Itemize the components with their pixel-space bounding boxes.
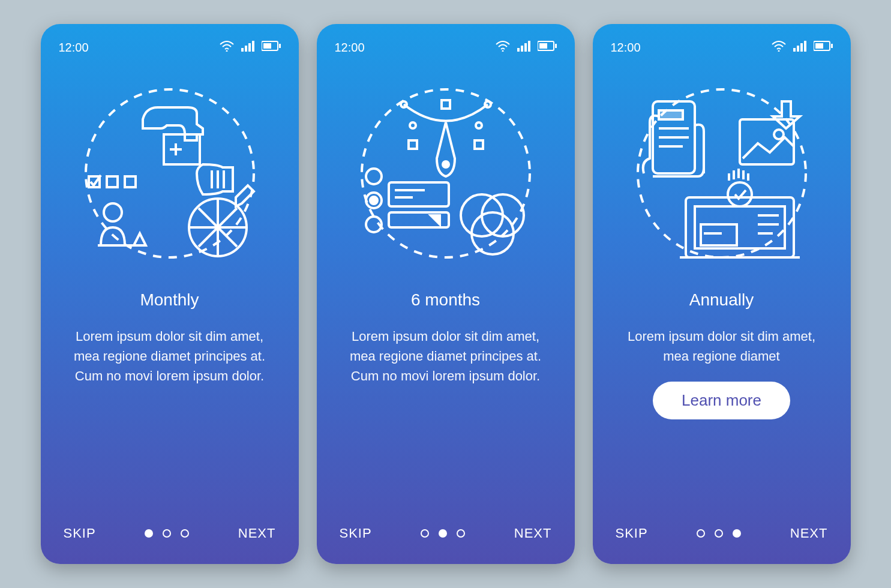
svg-point-15 — [502, 50, 503, 52]
svg-point-31 — [443, 161, 449, 167]
onboarding-screen-3: 12:00 Annually Lorem ipsum dolor sit dim… — [593, 24, 851, 564]
svg-point-13 — [104, 203, 122, 221]
svg-rect-12 — [125, 176, 136, 187]
next-button[interactable]: NEXT — [790, 526, 828, 541]
wifi-icon — [772, 41, 786, 55]
page-indicator — [697, 529, 741, 538]
svg-rect-51 — [659, 110, 683, 119]
svg-rect-21 — [539, 43, 547, 49]
dot-2[interactable] — [439, 529, 447, 538]
svg-rect-47 — [815, 43, 823, 49]
signal-icon — [517, 41, 530, 55]
svg-rect-44 — [800, 43, 803, 52]
skip-button[interactable]: SKIP — [340, 526, 372, 541]
screen-description: Lorem ipsum dolor sit dim amet, mea regi… — [335, 326, 557, 386]
skip-button[interactable]: SKIP — [616, 526, 648, 541]
status-bar: 12:00 — [335, 38, 557, 56]
svg-rect-48 — [831, 44, 833, 48]
svg-rect-22 — [555, 44, 557, 48]
battery-icon — [538, 41, 557, 55]
svg-rect-26 — [442, 100, 450, 109]
content-area: Monthly Lorem ipsum dolor sit dim amet, … — [59, 290, 281, 526]
svg-rect-4 — [252, 41, 254, 52]
dot-3[interactable] — [733, 529, 741, 538]
dot-3[interactable] — [457, 529, 465, 538]
footer-nav: SKIP NEXT — [611, 526, 833, 546]
screen-title: Annually — [611, 290, 833, 310]
svg-rect-1 — [241, 48, 244, 52]
svg-rect-36 — [389, 182, 449, 206]
svg-rect-18 — [524, 43, 527, 52]
dot-2[interactable] — [715, 529, 723, 538]
learn-more-button[interactable]: Learn more — [653, 382, 790, 419]
signal-icon — [241, 41, 254, 55]
svg-point-8 — [86, 89, 254, 257]
svg-rect-19 — [528, 41, 530, 52]
illustration-annually — [611, 74, 833, 272]
illustration-6months — [335, 74, 557, 272]
status-time: 12:00 — [611, 41, 641, 55]
status-icons — [496, 41, 557, 55]
svg-point-41 — [778, 50, 779, 52]
footer-nav: SKIP NEXT — [335, 526, 557, 546]
page-indicator — [145, 529, 189, 538]
svg-point-34 — [370, 197, 377, 204]
status-bar: 12:00 — [59, 38, 281, 56]
onboarding-screen-1: 12:00 Monthly Lorem ipsum dolor sit dim … — [41, 24, 299, 564]
wifi-icon — [220, 41, 234, 55]
svg-rect-30 — [475, 140, 483, 149]
next-button[interactable]: NEXT — [514, 526, 552, 541]
svg-rect-3 — [248, 43, 251, 52]
svg-rect-6 — [263, 43, 271, 49]
illustration-monthly — [59, 74, 281, 272]
status-icons — [220, 41, 281, 55]
page-indicator — [421, 529, 465, 538]
status-time: 12:00 — [335, 41, 365, 55]
dot-2[interactable] — [163, 529, 171, 538]
svg-rect-11 — [107, 176, 118, 187]
svg-point-32 — [366, 169, 382, 184]
battery-icon — [814, 41, 833, 55]
dot-3[interactable] — [181, 529, 189, 538]
svg-rect-2 — [245, 46, 247, 52]
screen-description: Lorem ipsum dolor sit dim amet, mea regi… — [59, 326, 281, 386]
svg-rect-17 — [521, 46, 523, 52]
svg-rect-29 — [409, 140, 417, 149]
skip-button[interactable]: SKIP — [64, 526, 96, 541]
svg-point-53 — [774, 130, 784, 139]
svg-rect-42 — [793, 48, 796, 52]
wifi-icon — [496, 41, 510, 55]
svg-rect-45 — [804, 41, 806, 52]
svg-rect-16 — [517, 48, 520, 52]
footer-nav: SKIP NEXT — [59, 526, 281, 546]
status-icons — [772, 41, 833, 55]
status-time: 12:00 — [59, 41, 89, 55]
screen-title: 6 months — [335, 290, 557, 310]
svg-point-0 — [226, 50, 227, 52]
svg-point-23 — [362, 89, 530, 257]
svg-rect-7 — [279, 44, 281, 48]
content-area: Annually Lorem ipsum dolor sit dim amet,… — [611, 290, 833, 526]
svg-point-57 — [728, 182, 752, 206]
dot-1[interactable] — [145, 529, 153, 538]
status-bar: 12:00 — [611, 38, 833, 56]
screen-title: Monthly — [59, 290, 281, 310]
dot-1[interactable] — [421, 529, 429, 538]
svg-rect-43 — [797, 46, 799, 52]
screen-description: Lorem ipsum dolor sit dim amet, mea regi… — [611, 326, 833, 366]
battery-icon — [262, 41, 281, 55]
svg-rect-56 — [701, 224, 737, 245]
onboarding-screen-2: 12:00 6 months Lorem ipsum dolor sit dim… — [317, 24, 575, 564]
svg-point-27 — [410, 122, 416, 128]
dot-1[interactable] — [697, 529, 705, 538]
signal-icon — [793, 41, 806, 55]
next-button[interactable]: NEXT — [238, 526, 276, 541]
svg-rect-52 — [740, 119, 794, 164]
content-area: 6 months Lorem ipsum dolor sit dim amet,… — [335, 290, 557, 526]
svg-point-28 — [476, 122, 482, 128]
